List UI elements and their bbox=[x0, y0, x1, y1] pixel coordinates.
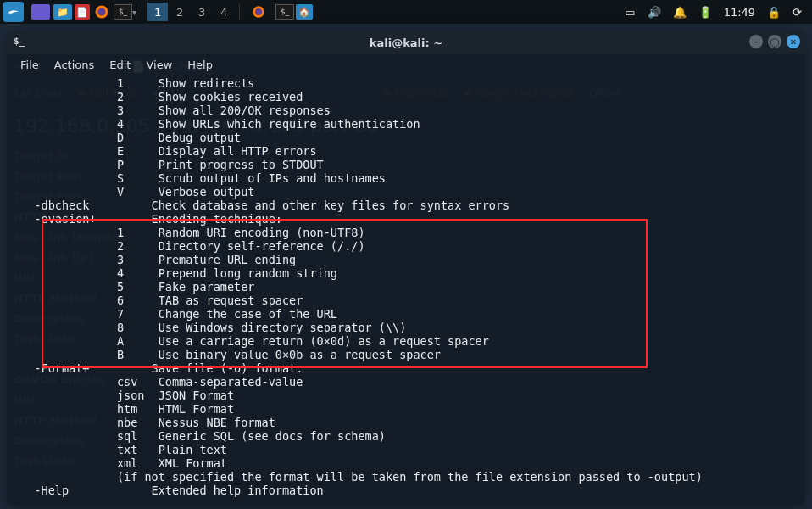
workspace-4[interactable]: 4 bbox=[214, 3, 234, 21]
terminal-line: csv Comma-separated-value bbox=[14, 375, 798, 389]
workspace-1[interactable]: 1 bbox=[147, 3, 168, 21]
dropdown-icon[interactable]: ▾ bbox=[132, 8, 136, 17]
terminal-line: S Scrub output of IPs and hostnames bbox=[14, 171, 798, 185]
terminal-titlebar[interactable]: $_ kali@kali: ~ – ◯ ✕ bbox=[7, 31, 805, 54]
terminal-line: 1 Show redirects bbox=[14, 76, 798, 90]
terminal-line: A Use a carriage return (0×0d) as a requ… bbox=[14, 334, 798, 348]
menu-help[interactable]: Help bbox=[181, 57, 220, 73]
taskbar-firefox-window[interactable] bbox=[248, 2, 269, 22]
taskbar-files-window[interactable]: 🏠 bbox=[296, 4, 313, 20]
workspace-2[interactable]: 2 bbox=[170, 3, 190, 21]
terminal-line: 7 Change the case of the URL bbox=[14, 307, 798, 321]
terminal-line: 2 Show cookies received bbox=[14, 90, 798, 103]
terminal-line: B Use binary value 0×0b as a request spa… bbox=[14, 348, 798, 361]
tray-battery-icon[interactable]: 🔋 bbox=[698, 6, 712, 19]
menu-edit[interactable]: Edit bbox=[103, 57, 137, 73]
terminal-line: -evasion+ Encoding technique: bbox=[14, 212, 798, 226]
terminal-line: V Verbose output bbox=[14, 185, 798, 199]
terminal-line: 3 Show all 200/OK responses bbox=[14, 103, 798, 117]
clock[interactable]: 11:49 bbox=[724, 6, 755, 19]
maximize-button[interactable]: ◯ bbox=[768, 35, 781, 48]
terminal-window: $_ kali@kali: ~ – ◯ ✕ File Actions Edit … bbox=[7, 31, 805, 506]
terminal-line: 5 Fake parameter bbox=[14, 280, 798, 294]
terminal-icon: $_ bbox=[14, 36, 27, 49]
svg-point-1 bbox=[98, 8, 106, 16]
tray-volume-icon[interactable]: 🔊 bbox=[648, 6, 661, 19]
terminal-line: (if not specified the format will be tak… bbox=[14, 470, 798, 484]
terminal-line: nbe Nessus NBE format bbox=[14, 416, 798, 429]
terminal-line: htm HTML Format bbox=[14, 402, 798, 416]
minimize-button[interactable]: – bbox=[749, 35, 763, 48]
tray-lock-icon[interactable]: 🔒 bbox=[767, 6, 781, 19]
workspace-3[interactable]: 3 bbox=[192, 3, 212, 21]
terminal-launcher-icon[interactable]: $_ bbox=[114, 4, 132, 20]
terminal-line: E Display all HTTP errors bbox=[14, 144, 798, 158]
taskbar: 📁 📄 $_ ▾ 1 2 3 4 $_ 🏠 ▭ 🔊 🔔 🔋 11:49 🔒 ⟳ bbox=[0, 0, 812, 24]
tray-power-icon[interactable]: ⟳ bbox=[793, 6, 802, 19]
tray-notification-icon[interactable]: 🔔 bbox=[673, 6, 687, 19]
close-button[interactable]: ✕ bbox=[787, 35, 800, 48]
menu-actions[interactable]: Actions bbox=[47, 57, 102, 73]
tray-display-icon[interactable]: ▭ bbox=[625, 6, 635, 19]
document-icon[interactable]: 📄 bbox=[75, 4, 90, 20]
terminal-line: -dbcheck Check database and other key fi… bbox=[14, 199, 798, 212]
menu-view[interactable]: View bbox=[139, 57, 179, 73]
taskbar-terminal-window[interactable]: $_ bbox=[275, 4, 294, 20]
taskbar-left: 📁 📄 $_ ▾ 1 2 3 4 $_ 🏠 bbox=[3, 2, 313, 22]
terminal-line: 2 Directory self-reference (/./) bbox=[14, 239, 798, 253]
terminal-line: sql Generic SQL (see docs for schema) bbox=[14, 429, 798, 443]
window-list-icon[interactable] bbox=[31, 2, 51, 22]
files-icon[interactable]: 📁 bbox=[53, 2, 73, 22]
terminal-line: 8 Use Windows directory separator (\\) bbox=[14, 321, 798, 334]
svg-point-3 bbox=[255, 8, 262, 15]
terminal-line: -Help Extended help information bbox=[14, 484, 798, 497]
terminal-line: 4 Prepend long random string bbox=[14, 266, 798, 280]
terminal-menubar: File Actions Edit View Help bbox=[7, 54, 805, 75]
taskbar-right: ▭ 🔊 🔔 🔋 11:49 🔒 ⟳ bbox=[625, 6, 809, 19]
menu-file[interactable]: File bbox=[14, 57, 46, 73]
terminal-line: D Debug output bbox=[14, 131, 798, 144]
terminal-line: -Format+ Save file (-o) format: bbox=[14, 361, 798, 375]
terminal-line: 4 Show URLs which require authentication bbox=[14, 117, 798, 131]
terminal-line: 1 Random URI encoding (non-UTF8) bbox=[14, 226, 798, 239]
app-menu-icon[interactable] bbox=[3, 2, 24, 22]
terminal-line: json JSON Format bbox=[14, 389, 798, 402]
terminal-line: xml XML Format bbox=[14, 456, 798, 470]
terminal-line: 6 TAB as request spacer bbox=[14, 294, 798, 307]
terminal-line: P Print progress to STDOUT bbox=[14, 158, 798, 171]
terminal-line: 3 Premature URL ending bbox=[14, 253, 798, 266]
terminal-title: kali@kali: ~ bbox=[370, 36, 442, 49]
terminal-line: txt Plain text bbox=[14, 443, 798, 456]
terminal-output[interactable]: 1 Show redirects 2 Show cookies received… bbox=[7, 75, 805, 506]
firefox-icon[interactable] bbox=[92, 2, 112, 22]
